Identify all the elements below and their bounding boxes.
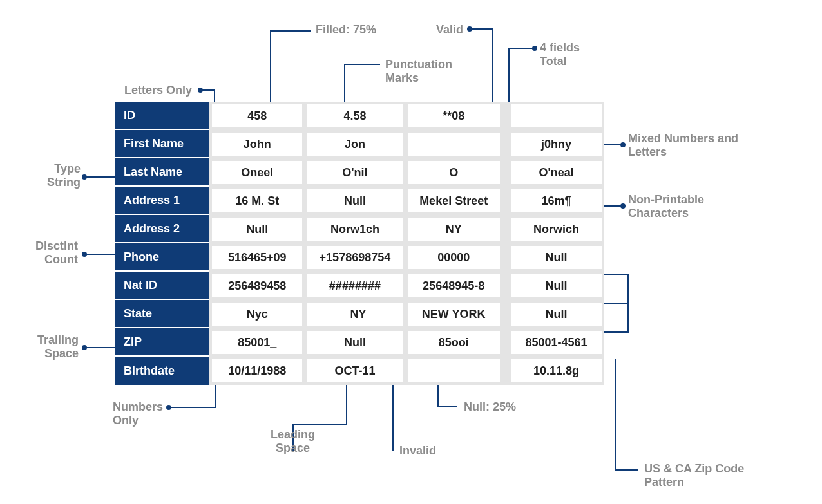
table-row: Last Name Oneel O'nil O O'neal	[115, 158, 604, 187]
table-row: Birthdate 10/11/1988 OCT-11 10.11.8g	[115, 357, 604, 385]
cell: 458	[209, 102, 305, 130]
annotation-punctuation: Punctuation Marks	[385, 58, 452, 84]
annotation-fields-total: 4 fields Total	[540, 41, 580, 68]
cell: Null	[508, 300, 604, 328]
cell	[508, 102, 604, 130]
cell: Nyc	[209, 300, 305, 328]
separator	[502, 130, 509, 158]
row-header: State	[115, 300, 209, 328]
cell: **08	[405, 102, 502, 130]
cell: j0hny	[508, 130, 604, 158]
cell: 10/11/1988	[209, 357, 305, 385]
cell: O'nil	[305, 158, 405, 187]
cell: Jon	[305, 130, 405, 158]
annotation-zip-pattern: US & CA Zip Code Pattern	[644, 462, 744, 489]
row-header: Nat ID	[115, 272, 209, 300]
row-header: ID	[115, 102, 209, 130]
cell: John	[209, 130, 305, 158]
cell: NEW YORK	[405, 300, 502, 328]
cell: 85ooi	[405, 328, 502, 357]
cell	[405, 357, 502, 385]
cell: Oneel	[209, 158, 305, 187]
separator	[502, 328, 509, 357]
cell: Null	[508, 272, 604, 300]
row-header: ZIP	[115, 328, 209, 357]
cell: OCT-11	[305, 357, 405, 385]
separator	[502, 215, 509, 243]
row-header: Phone	[115, 243, 209, 272]
svg-point-1	[467, 26, 472, 32]
cell: 85001_	[209, 328, 305, 357]
table-row: First Name John Jon j0hny	[115, 130, 604, 158]
separator	[502, 357, 509, 385]
svg-point-6	[620, 142, 626, 147]
cell: 4.58	[305, 102, 405, 130]
annotation-mixed: Mixed Numbers and Letters	[628, 132, 738, 158]
table-row: Phone 516465+09 +1578698754 00000 Null	[115, 243, 604, 272]
annotation-type-string: Type String	[47, 162, 81, 189]
annotation-null-pct: Null: 25%	[464, 400, 516, 414]
cell: 16m¶	[508, 187, 604, 215]
diagram-stage: Filled: 75% Valid Punctuation Marks 4 fi…	[0, 0, 822, 504]
svg-point-8	[82, 252, 87, 257]
row-header: First Name	[115, 130, 209, 158]
svg-point-3	[532, 46, 537, 51]
annotation-trailing-space: Trailing Space	[37, 333, 79, 360]
cell: Null	[209, 215, 305, 243]
cell: O	[405, 158, 502, 187]
annotation-numbers-only: Numbers Only	[113, 400, 163, 427]
cell: Mekel Street	[405, 187, 502, 215]
annotation-non-printable: Non-Printable Characters	[628, 193, 704, 219]
cell	[405, 130, 502, 158]
table-row: ZIP 85001_ Null 85ooi 85001-4561	[115, 328, 604, 357]
table-row: ID 458 4.58 **08	[115, 102, 604, 130]
svg-point-7	[620, 203, 626, 209]
cell: Null	[305, 187, 405, 215]
separator	[502, 102, 509, 130]
annotation-letters-only: Letters Only	[124, 84, 192, 97]
annotation-invalid: Invalid	[399, 444, 436, 458]
annotation-filled: Filled: 75%	[316, 23, 376, 37]
cell: 85001-4561	[508, 328, 604, 357]
cell: O'neal	[508, 158, 604, 187]
cell: NY	[405, 215, 502, 243]
row-header: Address 2	[115, 215, 209, 243]
row-header: Birthdate	[115, 357, 209, 385]
separator	[502, 158, 509, 187]
svg-point-10	[166, 405, 171, 410]
cell: +1578698754	[305, 243, 405, 272]
row-header: Last Name	[115, 158, 209, 187]
data-table-body: ID 458 4.58 **08 First Name John Jon j0h…	[115, 102, 604, 385]
svg-point-9	[82, 345, 87, 350]
data-table: ID 458 4.58 **08 First Name John Jon j0h…	[115, 102, 604, 385]
cell: _NY	[305, 300, 405, 328]
table-row: Address 1 16 M. St Null Mekel Street 16m…	[115, 187, 604, 215]
cell: Null	[305, 328, 405, 357]
cell: Norwich	[508, 215, 604, 243]
annotation-valid: Valid	[436, 23, 463, 37]
row-header: Address 1	[115, 187, 209, 215]
cell: Norw1ch	[305, 215, 405, 243]
table-row: State Nyc _NY NEW YORK Null	[115, 300, 604, 328]
separator	[502, 300, 509, 328]
svg-point-4	[198, 88, 203, 93]
svg-point-5	[82, 174, 87, 180]
cell: 516465+09	[209, 243, 305, 272]
separator	[502, 243, 509, 272]
cell: 16 M. St	[209, 187, 305, 215]
annotation-leading-space: Leading Space	[271, 428, 315, 454]
cell: 10.11.8g	[508, 357, 604, 385]
cell: 256489458	[209, 272, 305, 300]
annotation-distinct-count: Disctint Count	[35, 239, 78, 266]
table-row: Nat ID 256489458 ######## 25648945-8 Nul…	[115, 272, 604, 300]
cell: ########	[305, 272, 405, 300]
cell: 25648945-8	[405, 272, 502, 300]
cell: 00000	[405, 243, 502, 272]
table-row: Address 2 Null Norw1ch NY Norwich	[115, 215, 604, 243]
separator	[502, 272, 509, 300]
separator	[502, 187, 509, 215]
cell: Null	[508, 243, 604, 272]
